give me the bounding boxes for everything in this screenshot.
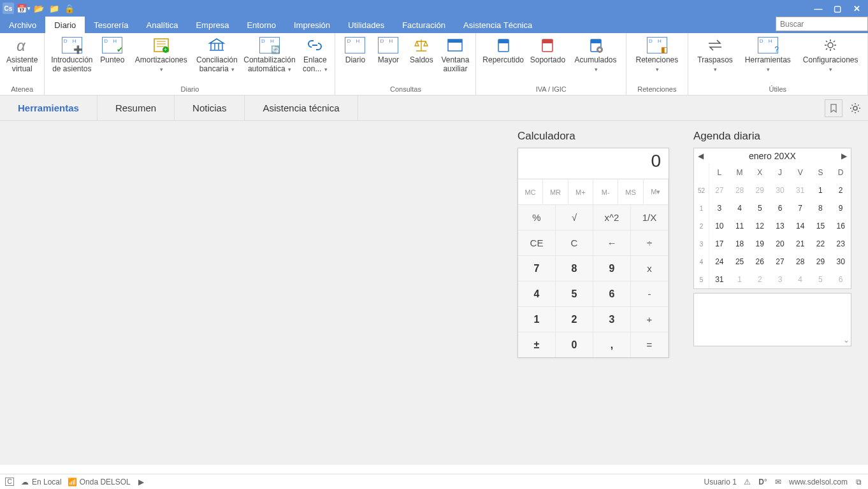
calendar-next[interactable]: ▶ [841, 152, 847, 160]
calendar-day[interactable]: 11 [730, 217, 750, 235]
calendar-day[interactable]: 15 [811, 217, 831, 235]
ribbon-repercutido[interactable]: Repercutido [480, 34, 526, 66]
calc-mr[interactable]: MR [543, 179, 568, 204]
menu-entorno[interactable]: Entorno [238, 17, 285, 33]
menu-empresa[interactable]: Empresa [187, 17, 238, 33]
status-En Local[interactable]: ☁En Local [20, 478, 62, 486]
agenda-notes[interactable]: ⌄ [693, 293, 851, 346]
calc-ms[interactable]: MS [618, 179, 643, 204]
bookmark-icon[interactable] [825, 99, 843, 117]
ribbon-saldos[interactable]: Saldos [405, 34, 437, 66]
close-button[interactable]: ✕ [848, 1, 865, 15]
ribbon-mayor[interactable]: Mayor [372, 34, 404, 66]
expand-icon[interactable]: ⌄ [843, 336, 850, 344]
calendar-day[interactable]: 20 [770, 235, 790, 253]
calc-key-5[interactable]: 5 [556, 281, 593, 306]
menu-archivo[interactable]: Archivo [0, 17, 45, 33]
menu-analítica[interactable]: Analítica [138, 17, 187, 33]
search-input[interactable] [776, 17, 867, 31]
status-C[interactable]: C [5, 478, 14, 486]
calendar-day[interactable]: 5 [749, 199, 770, 217]
calc-mc[interactable]: MC [518, 179, 543, 204]
calendar-day[interactable]: 10 [709, 217, 730, 235]
calc-key-+[interactable]: + [631, 306, 669, 332]
calendar-day[interactable]: 9 [830, 199, 851, 217]
calendar-prev[interactable]: ◀ [698, 152, 704, 160]
calendar-day[interactable]: 24 [709, 253, 730, 271]
calendar-day[interactable]: 6 [770, 199, 790, 217]
menu-utilidades[interactable]: Utilidades [339, 17, 393, 33]
menu-diario[interactable]: Diario [45, 17, 85, 33]
ribbon-asistente[interactable]: αAsistentevirtual [4, 34, 40, 75]
calc-key-CE[interactable]: CE [518, 230, 556, 255]
ribbon-herramientas[interactable]: ?Herramientas ▾ [739, 34, 796, 75]
calendar-day[interactable]: 14 [790, 217, 811, 235]
calendar-day[interactable]: 19 [749, 235, 770, 253]
calc-key-←[interactable]: ← [593, 230, 631, 255]
calc-key--[interactable]: - [631, 281, 669, 306]
menu-impresión[interactable]: Impresión [285, 17, 339, 33]
subtab-herramientas[interactable]: Herramientas [0, 96, 98, 120]
calc-key-√[interactable]: √ [556, 204, 593, 230]
calendar-month[interactable]: enero 20XX [749, 151, 796, 161]
subtab-noticias[interactable]: Noticias [175, 96, 245, 120]
ribbon-amortizaciones[interactable]: +Amortizaciones ▾ [129, 34, 192, 75]
calc-key-x[interactable]: x [631, 255, 669, 281]
calendar-day[interactable]: 23 [830, 235, 851, 253]
ribbon-introduccin[interactable]: ➕Introducciónde asientos [48, 34, 95, 75]
ribbon-contabilizacin[interactable]: 🔄Contabilizaciónautomática ▾ [241, 34, 298, 75]
calendar-day[interactable]: 31 [709, 271, 730, 288]
calc-key-x^2[interactable]: x^2 [593, 204, 631, 230]
ribbon-diario[interactable]: Diario [339, 34, 371, 66]
calendar-day[interactable]: 25 [730, 253, 750, 271]
calc-key-2[interactable]: 2 [556, 306, 593, 332]
ribbon-configuraciones[interactable]: Configuraciones ▾ [797, 34, 864, 75]
folder-icon[interactable]: 📁 [48, 3, 60, 14]
calc-m-[interactable]: M- [593, 179, 618, 204]
calc-key-6[interactable]: 6 [593, 281, 631, 306]
calendar-day[interactable]: 16 [830, 217, 851, 235]
calendar-day[interactable]: 22 [811, 235, 831, 253]
ribbon-soportado[interactable]: Soportado [528, 34, 568, 66]
calendar-day[interactable]: 29 [811, 253, 831, 271]
ribbon-retenciones[interactable]: ◧Retenciones ▾ [630, 34, 684, 75]
status-play[interactable]: ▶ [137, 478, 146, 486]
settings-icon[interactable] [846, 99, 864, 117]
calendar-day[interactable]: 17 [709, 235, 730, 253]
status-copy[interactable]: ⧉ [854, 478, 863, 486]
ribbon-traspasos[interactable]: Traspasos ▾ [692, 34, 739, 75]
calc-key-=[interactable]: = [631, 332, 669, 357]
calc-key-C[interactable]: C [556, 230, 593, 255]
ribbon-acumulados[interactable]: Acumulados ▾ [569, 34, 622, 75]
subtab-asistenciatcnica[interactable]: Asistencia técnica [245, 96, 358, 120]
calendar-day[interactable]: 26 [749, 253, 770, 271]
calc-key-1/X[interactable]: 1/X [631, 204, 669, 230]
lock-icon[interactable]: 🔒 [64, 3, 75, 14]
status-mail[interactable]: ✉ [774, 478, 783, 486]
calc-key-÷[interactable]: ÷ [631, 230, 669, 255]
calendar-day[interactable]: 3 [709, 199, 730, 217]
calendar-day[interactable]: 1 [811, 181, 831, 199]
calendar-day[interactable]: 27 [770, 253, 790, 271]
calc-key-3[interactable]: 3 [593, 306, 631, 332]
calendar-day[interactable]: 28 [790, 253, 811, 271]
calendar-day[interactable]: 7 [790, 199, 811, 217]
folder-open-icon[interactable]: 📂 [33, 3, 45, 14]
ribbon-punteo[interactable]: ✔Punteo [96, 34, 128, 66]
calc-key-0[interactable]: 0 [556, 332, 593, 357]
calendar-day[interactable]: 8 [811, 199, 831, 217]
ribbon-enlace[interactable]: Enlacecon... ▾ [299, 34, 331, 75]
status-www.sdelsol.com[interactable]: www.sdelsol.com [789, 478, 848, 486]
calc-key-4[interactable]: 4 [518, 281, 556, 306]
calendar-day[interactable]: 13 [770, 217, 790, 235]
calc-key-%[interactable]: % [518, 204, 556, 230]
ribbon-ventana[interactable]: Ventanaauxiliar [438, 34, 472, 75]
calendar-day[interactable]: 2 [830, 181, 851, 199]
calc-key-1[interactable]: 1 [518, 306, 556, 332]
ribbon-conciliacin[interactable]: Conciliaciónbancaria ▾ [194, 34, 240, 75]
search-box[interactable] [776, 17, 868, 31]
status-Usuario 1[interactable]: Usuario 1 [704, 478, 737, 486]
calendar-day[interactable]: 4 [730, 199, 750, 217]
subtab-resumen[interactable]: Resumen [98, 96, 175, 120]
calc-m▾[interactable]: M▾ [644, 179, 669, 204]
